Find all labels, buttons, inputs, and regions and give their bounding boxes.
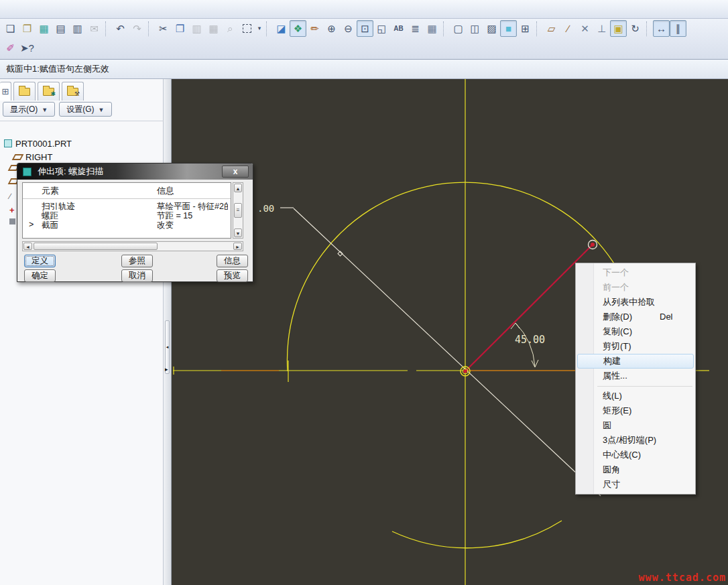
tab-find[interactable]: ✱	[38, 82, 60, 101]
paste-icon[interactable]: ▥	[188, 20, 205, 37]
copy-icon[interactable]: ❐	[172, 20, 188, 37]
print-preview-icon[interactable]: ▥	[69, 20, 86, 37]
send-email-icon[interactable]: ✉	[86, 20, 103, 37]
hidden-line-icon[interactable]: ◫	[467, 20, 483, 37]
redo-icon[interactable]: ↷	[129, 20, 145, 37]
context-menu-items: 下一个 前一个 从列表中拾取 删除(D) Del 复制(C) 剪切(T) 构建	[576, 265, 695, 492]
ctx-delete[interactable]: 删除(D) Del	[576, 310, 695, 324]
save-icon[interactable]: ▦	[36, 20, 52, 37]
layers-icon[interactable]: ≣	[407, 20, 424, 37]
close-button[interactable]: x	[222, 166, 249, 178]
ctx-properties[interactable]: 属性...	[576, 369, 695, 383]
sketcher-palette-icon[interactable]: ✐	[2, 40, 19, 56]
menu-bar	[0, 0, 728, 19]
model-tree-table-icon[interactable]: ▦	[424, 20, 440, 37]
dim-display-icon[interactable]: ↔	[653, 20, 670, 37]
csys-display-icon[interactable]: ⊥	[593, 20, 610, 37]
ctx-circle[interactable]: 圆	[576, 418, 695, 433]
sketch-shade-icon[interactable]: ▣	[610, 20, 627, 37]
element-row[interactable]: > 截面 改变	[23, 220, 231, 229]
horizontal-scroll-thumb[interactable]	[34, 243, 158, 250]
dialog-title-bar[interactable]: 伸出项: 螺旋扫描 x	[17, 164, 253, 180]
preview-button[interactable]: 预览	[217, 269, 248, 282]
refs-button[interactable]: 参照	[121, 255, 153, 267]
tree-item-partial[interactable]: ∕	[9, 192, 11, 201]
scroll-left-icon[interactable]: ◄	[23, 243, 32, 250]
datum-axes-display-icon[interactable]: ∕	[560, 20, 577, 37]
ctx-line[interactable]: 线(L)	[576, 389, 695, 403]
toolbar-row-2: ✐➤?	[0, 38, 728, 58]
shaded-icon[interactable]: ■	[500, 20, 517, 37]
scroll-up-icon[interactable]: ▲	[234, 184, 242, 192]
dialog-icon	[23, 168, 32, 176]
ctx-construction[interactable]: 构建	[577, 354, 694, 369]
reorient-icon[interactable]: ↻	[627, 20, 644, 37]
ctx-centerline[interactable]: 中心线(C)	[576, 448, 695, 462]
cut-icon[interactable]: ✂	[155, 20, 172, 37]
show-dropdown-button[interactable]: 显示(O)▼	[3, 102, 55, 117]
datum-points-display-icon[interactable]: ✕	[577, 20, 593, 37]
ctx-copy[interactable]: 复制(C)	[576, 324, 695, 339]
ctx-next[interactable]: 下一个	[576, 265, 695, 280]
tab-model-tree[interactable]: ⊞	[0, 82, 11, 101]
tree-item-partial[interactable]: +	[9, 205, 15, 215]
find-icon[interactable]: ⌕	[222, 20, 239, 37]
element-table[interactable]: 元素 信息 扫引轨迹 草绘平面 - 特征#2的 螺距 节距 = 15 > 截面	[22, 182, 231, 239]
element-row[interactable]: 螺距 节距 = 15	[23, 210, 231, 220]
info-button[interactable]: 信息	[217, 255, 248, 267]
angle-dimension-label[interactable]: 45.00	[515, 334, 545, 346]
sketch-setup-icon[interactable]: ❖	[290, 20, 306, 37]
zoom-in-icon[interactable]: ⊕	[323, 20, 340, 37]
ctx-3point-tangent[interactable]: 3点/相切端(P)	[576, 433, 695, 448]
model-tree-grid-icon: ⊞	[2, 86, 9, 96]
ctx-pick-from-list[interactable]: 从列表中拾取	[576, 295, 695, 310]
ctx-previous[interactable]: 前一个	[576, 280, 695, 295]
horizontal-scrollbar[interactable]: ◄ ►	[22, 241, 243, 251]
sketch-modify-icon[interactable]: ✏	[306, 20, 323, 37]
part-icon	[4, 139, 12, 147]
new-file-icon[interactable]: ❏	[2, 20, 19, 37]
tab-layer-tree[interactable]	[13, 82, 36, 101]
wireframe-icon[interactable]: ▢	[450, 20, 467, 37]
tab-utilities[interactable]: ⚒	[62, 82, 84, 101]
refit-icon[interactable]: ◱	[373, 20, 390, 37]
tree-item-partial[interactable]	[9, 218, 15, 224]
settings-dropdown-button[interactable]: 设置(G)▼	[59, 102, 111, 117]
zoom-window-icon[interactable]: ⊡	[357, 20, 373, 37]
select-filter-icon[interactable]	[239, 20, 255, 37]
separator	[576, 383, 695, 389]
sketch-view-icon[interactable]: ◪	[273, 20, 290, 37]
partial-dimension-label[interactable]: .00	[257, 203, 274, 214]
message-text: 截面中1:赋值语句左侧无效	[0, 60, 728, 78]
constraint-display-icon[interactable]: ∥	[670, 20, 686, 37]
datum-planes-display-icon[interactable]: ▱	[543, 20, 560, 37]
panel-splitter[interactable]: ◂ ▸	[164, 79, 172, 585]
scroll-right-icon[interactable]: ►	[233, 243, 242, 250]
print-icon[interactable]: ▤	[52, 20, 69, 37]
select-filter-dropdown-icon[interactable]: ▾	[255, 20, 263, 37]
ctx-fillet[interactable]: 圆角	[576, 462, 695, 477]
vertical-scrollbar[interactable]: ▲ ≡ ▼	[233, 182, 243, 239]
context-help-icon[interactable]: ➤?	[19, 40, 36, 56]
saved-views-icon[interactable]: ⊞	[517, 20, 534, 37]
vertical-scroll-thumb[interactable]: ≡	[234, 203, 242, 218]
element-rows: 扫引轨迹 草绘平面 - 特征#2的 螺距 节距 = 15 > 截面 改变	[23, 201, 231, 229]
tree-item-part[interactable]: PRT0001.PRT	[0, 137, 164, 150]
ok-button[interactable]: 确定	[24, 269, 56, 282]
open-file-icon[interactable]: ❐	[19, 20, 36, 37]
undo-icon[interactable]: ↶	[112, 20, 129, 37]
paste-special-icon[interactable]: ▦	[205, 20, 222, 37]
tree-item-right-plane[interactable]: RIGHT	[0, 150, 164, 164]
ctx-cut[interactable]: 剪切(T)	[576, 339, 695, 354]
ctx-rectangle[interactable]: 矩形(E)	[576, 403, 695, 418]
chevron-down-icon: ▼	[42, 107, 48, 113]
element-row[interactable]: 扫引轨迹 草绘平面 - 特征#2的	[23, 201, 231, 210]
zoom-out-icon[interactable]: ⊖	[340, 20, 357, 37]
find-folder-icon: ✱	[43, 88, 54, 96]
define-button[interactable]: 定义	[24, 255, 56, 267]
scroll-down-icon[interactable]: ▼	[234, 229, 242, 237]
annotation-icon[interactable]: AB	[390, 20, 407, 37]
no-hidden-icon[interactable]: ▨	[483, 20, 500, 37]
ctx-dimension[interactable]: 尺寸	[576, 477, 695, 492]
cancel-button[interactable]: 取消	[121, 269, 153, 282]
